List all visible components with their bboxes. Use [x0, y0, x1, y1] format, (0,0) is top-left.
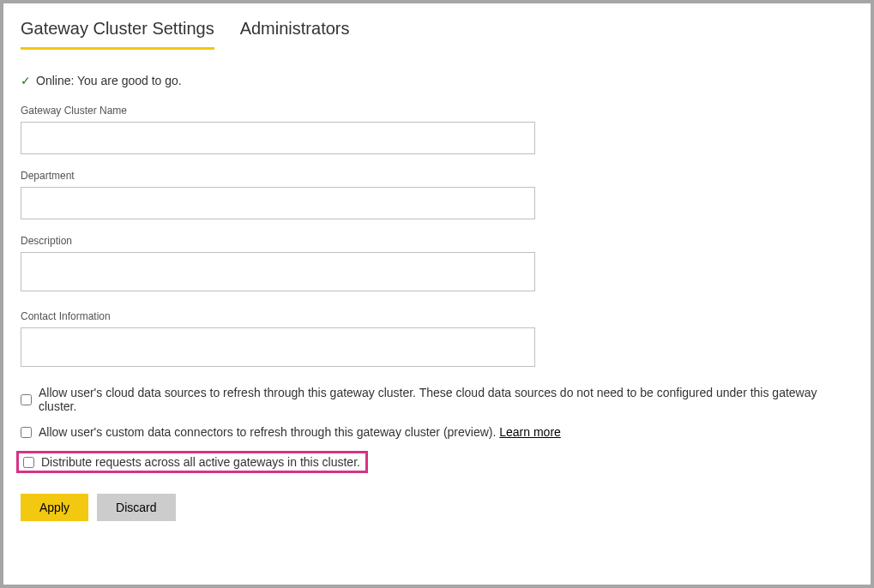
learn-more-link[interactable]: Learn more: [499, 425, 561, 439]
settings-panel: Gateway Cluster Settings Administrators …: [3, 3, 871, 585]
label-contact: Contact Information: [21, 310, 853, 322]
checkbox-allow-custom-input[interactable]: [21, 427, 32, 438]
tabs: Gateway Cluster Settings Administrators: [21, 19, 853, 50]
status-row: ✓ Online: You are good to go.: [21, 74, 853, 87]
checkbox-distribute-label: Distribute requests across all active ga…: [41, 455, 360, 469]
checkbox-allow-cloud-input[interactable]: [21, 394, 32, 405]
highlighted-box: Distribute requests across all active ga…: [16, 451, 368, 473]
field-description: Description: [21, 235, 853, 295]
checkbox-allow-custom: Allow user's custom data connectors to r…: [21, 425, 853, 439]
label-department: Department: [21, 170, 853, 182]
tab-administrators[interactable]: Administrators: [240, 19, 350, 50]
input-cluster-name[interactable]: [21, 122, 535, 154]
label-description: Description: [21, 235, 853, 247]
checkbox-allow-custom-label: Allow user's custom data connectors to r…: [39, 425, 561, 439]
input-department[interactable]: [21, 187, 535, 219]
label-cluster-name: Gateway Cluster Name: [21, 105, 853, 117]
checkbox-distribute-input[interactable]: [23, 457, 34, 468]
button-row: Apply Discard: [21, 494, 853, 521]
apply-button[interactable]: Apply: [21, 494, 88, 521]
checkbox-allow-cloud-label: Allow user's cloud data sources to refre…: [39, 386, 853, 413]
status-text: Online: You are good to go.: [36, 74, 182, 87]
field-contact: Contact Information: [21, 310, 853, 370]
input-contact[interactable]: [21, 327, 535, 367]
checkbox-allow-cloud: Allow user's cloud data sources to refre…: [21, 386, 853, 413]
checkbox-distribute: Distribute requests across all active ga…: [23, 455, 360, 469]
check-icon: ✓: [21, 75, 31, 87]
input-description[interactable]: [21, 252, 535, 291]
tab-gateway-cluster-settings[interactable]: Gateway Cluster Settings: [21, 19, 214, 50]
discard-button[interactable]: Discard: [97, 494, 175, 521]
field-cluster-name: Gateway Cluster Name: [21, 105, 853, 154]
field-department: Department: [21, 170, 853, 219]
